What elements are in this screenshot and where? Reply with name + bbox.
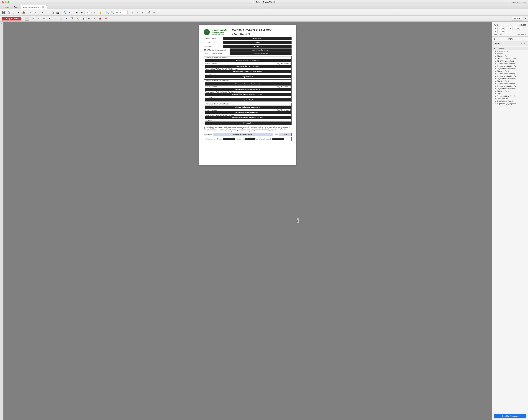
text-field-tool[interactable]: ▭ (31, 17, 35, 21)
section-1-city-input[interactable]: City State Zip_2 (205, 75, 291, 78)
section-2-institution-input[interactable]: Financial Institution or Card Issuer_2 (205, 82, 291, 85)
processed-input[interactable]: Processed (245, 138, 255, 140)
zoom-level[interactable]: 96.7% (116, 12, 121, 13)
two-page-button[interactable]: ⊞ (140, 11, 144, 14)
field-internal-use[interactable]: ▦ For internal Use Only Da... (492, 95, 528, 97)
print-button[interactable]: 🖨 (11, 11, 16, 14)
close-panel-button[interactable]: ✕ (524, 17, 526, 20)
align-bottom-button[interactable]: ⊡ (520, 27, 523, 30)
prev-page-button[interactable]: ⮞ (74, 11, 79, 14)
center-h-button[interactable]: ⊡ (505, 27, 508, 30)
pin-tool[interactable]: 📌 (104, 17, 108, 21)
minimize-button[interactable] (5, 1, 7, 3)
field-street-1[interactable]: ▦ Payment Street Address... (492, 67, 528, 70)
field-address[interactable]: ▦ Address (492, 52, 528, 55)
sidebar-toggle-left[interactable]: ◀ (1, 23, 2, 24)
member-name-input[interactable]: Member Name (223, 37, 291, 40)
save-button[interactable]: 💾 (1, 11, 6, 14)
fullscreen-button[interactable] (8, 1, 9, 3)
more-toggle[interactable]: ⚙ More ▾ (494, 38, 527, 40)
preview-button[interactable]: Preview (512, 17, 522, 21)
field-city-zip-2[interactable]: ▦ City State Zip_2 (492, 70, 528, 72)
field-account-pay-2[interactable]: ▦ Account Number Pay Th... (492, 75, 528, 77)
date-tool[interactable]: 📅 (70, 17, 74, 21)
section-2-city-input[interactable]: City State Zip_3 (205, 98, 291, 102)
date-input[interactable]: Date (279, 133, 291, 136)
match-width-button[interactable]: ⊞ (494, 30, 497, 33)
distribute-v-button[interactable]: ⊟ (509, 30, 512, 33)
section-1-institution-input[interactable]: Financial Institution or Card Issuer (205, 59, 291, 62)
field-processed-by[interactable]: ▦ Processed By (492, 97, 528, 100)
crcfcu-mastercard-input[interactable]: CRCFCU MasterCard (229, 52, 291, 55)
combine-button[interactable]: ⊞ (67, 11, 72, 14)
listbox-tool[interactable]: ≡ (48, 17, 52, 21)
tab-tools[interactable]: Tools (11, 5, 21, 9)
share-button[interactable]: 📤 (21, 11, 26, 14)
section-3-account-input[interactable]: Account Number Pay This Amount_3 (205, 111, 291, 114)
dropdown-tool[interactable]: ⊡ (53, 17, 58, 21)
help-tool[interactable]: ? (109, 17, 114, 21)
fields-sort-button[interactable]: ⇅ (523, 42, 527, 45)
add-field-tool[interactable]: ⊕ (93, 17, 97, 21)
internal-date-input[interactable]: For internal Use C (223, 138, 235, 140)
section-3-city-input[interactable]: City State Zip_4 (205, 121, 291, 125)
field-account-pay-1[interactable]: ▦ Account Number Pay Th... (492, 65, 528, 67)
field-account-pay-3[interactable]: ▦ Account Number Pay Th... (492, 85, 528, 87)
zoom-in-button[interactable]: 🔍 (110, 11, 114, 14)
field-city-zip-4[interactable]: ▦ City State Zip_4 (492, 90, 528, 93)
page-current[interactable]: 1 (86, 12, 86, 13)
select-tool[interactable]: ↖ (25, 17, 29, 21)
comment-button[interactable]: 💬 (147, 11, 152, 14)
match-both-button[interactable]: ⊡ (501, 30, 505, 33)
crcfcu-account-input[interactable]: CRCFCU Member Account (229, 48, 291, 52)
zoom-dropdown-icon[interactable]: ▾ (125, 12, 126, 13)
copy-button[interactable]: ⧉ (45, 11, 50, 14)
balance-input[interactable]: Total Balance Tr... (272, 138, 284, 140)
submit-tool[interactable]: 📤 (98, 17, 103, 21)
center-v-button[interactable]: ⊞ (509, 27, 512, 30)
city-state-zip-input[interactable]: City State Zip (223, 45, 291, 48)
digital-sig-tool[interactable]: ✍ (76, 17, 80, 21)
section-3-street-input[interactable]: Payment Street Address include PO Box et… (205, 116, 291, 119)
prepare-form-button[interactable]: 🖊 Prepare Form ▾ (2, 17, 21, 21)
tab-close-icon[interactable]: ✕ (42, 6, 44, 8)
zoom-out-button[interactable]: 🔍 (105, 11, 109, 14)
search-button[interactable]: 🔍 (62, 11, 67, 14)
snapshot-button[interactable]: 📷 (55, 11, 60, 14)
field-total-balance[interactable]: ▦ Total Balance Transfer (492, 100, 528, 102)
section-2-street-input[interactable]: Payment Street Address include PO Box et… (205, 93, 291, 96)
field-crcfcu-mastercard[interactable]: ▦ CRCFCU MasterCard (492, 60, 528, 62)
button-tool[interactable]: ⬜ (59, 17, 63, 21)
fit-width-button[interactable]: ⊟ (135, 11, 140, 14)
tree-page-header[interactable]: ▼ 📄 Page 1 (492, 47, 528, 50)
section-1-account-input[interactable]: Account Number Pay This Amount (205, 65, 291, 68)
image-field-tool[interactable]: ⊞ (64, 17, 69, 21)
align-middle-button[interactable]: ⊞ (516, 27, 520, 30)
close-button[interactable] (2, 1, 4, 3)
align-center-h-button[interactable]: ⊟ (497, 27, 501, 30)
align-top-button[interactable]: ⊟ (513, 27, 516, 30)
signature-input[interactable]: Signature1_es_:signer:signature (213, 133, 273, 136)
field-signature[interactable]: ✍ Signature1_es_:signer:si... (492, 102, 528, 105)
cut-button[interactable]: ✂ (40, 11, 45, 14)
align-tool[interactable]: ⊞ (87, 17, 91, 21)
field-date[interactable]: ▦ Date (492, 93, 528, 95)
field-street-2[interactable]: ▦ Payment Street Address... (492, 77, 528, 80)
cursor-button[interactable]: ↖ (93, 11, 97, 14)
distribute-h-button[interactable]: ⊞ (505, 30, 508, 33)
checkbox-tool[interactable]: ☑ (36, 17, 41, 21)
field-institution-1[interactable]: ▦ Financial Institution or Ca... (492, 62, 528, 65)
tab-balance-trans[interactable]: BalanceTransNEW... ✕ (21, 5, 47, 9)
fields-list-view-button[interactable]: ≡ (519, 42, 523, 45)
align-right-button[interactable]: ⊞ (501, 27, 505, 30)
field-city-zip-3[interactable]: ▦ City State Zip_3 (492, 80, 528, 82)
new-button[interactable]: 📋 (6, 11, 11, 14)
undo-button[interactable]: ↩ (28, 11, 33, 14)
address-input[interactable]: Address (223, 41, 291, 44)
barcode-tool[interactable]: ▦ (81, 17, 86, 21)
section-1-street-input[interactable]: Payment Street Address include PO Box et… (205, 70, 291, 73)
section-2-account-input[interactable]: Account Number Pay This Amount_2 (205, 88, 291, 91)
align-left-button[interactable]: ⊞ (494, 27, 497, 30)
field-institution-2[interactable]: ▦ Financial Institution or Ca... (492, 72, 528, 75)
next-page-arrow[interactable]: ▶ (297, 218, 299, 223)
